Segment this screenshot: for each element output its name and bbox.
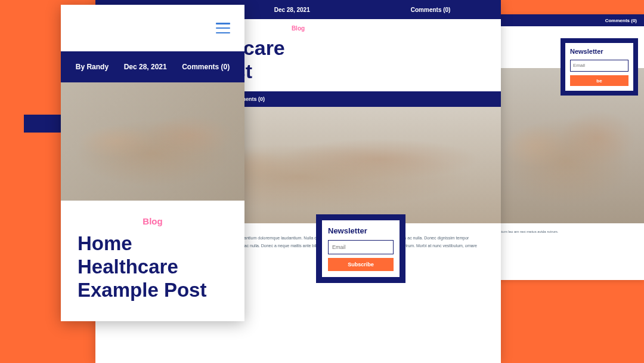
subscribe-button[interactable]: Subscribe (328, 258, 394, 271)
comments-label: Comments (0) (182, 63, 230, 71)
date-label: Dec 28, 2021 (124, 63, 167, 71)
author-label: By Randy (76, 63, 109, 71)
date-label: Dec 28, 2021 (274, 7, 310, 13)
category-label[interactable]: Blog (61, 216, 244, 226)
newsletter-widget: Newsletter Subscribe (316, 214, 405, 283)
meta-bar-mobile: By Randy Dec 28, 2021 Comments (0) (61, 51, 244, 82)
comments-label: Comments (0) (605, 18, 637, 23)
email-field[interactable] (328, 240, 394, 254)
post-title-mobile: Home Healthcare Example Post (61, 226, 244, 302)
subscribe-button[interactable]: be (570, 75, 628, 86)
newsletter-title: Newsletter (570, 48, 628, 55)
hamburger-menu-icon[interactable] (216, 23, 230, 33)
body-text-back: entum leo am nec metus avida rutrum. (489, 223, 644, 241)
email-field[interactable] (570, 60, 628, 72)
desktop-preview-back: Comments (0) Newsletter be entum leo am … (489, 14, 644, 280)
mobile-preview: By Randy Dec 28, 2021 Comments (0) Blog … (61, 5, 244, 321)
newsletter-widget-back: Newsletter be (561, 38, 638, 96)
hero-image-mobile (61, 82, 244, 201)
comments-label: Comments (0) (411, 7, 451, 13)
newsletter-title: Newsletter (328, 226, 394, 235)
mobile-header (61, 5, 244, 51)
meta-bar-back: Comments (0) (489, 14, 644, 26)
